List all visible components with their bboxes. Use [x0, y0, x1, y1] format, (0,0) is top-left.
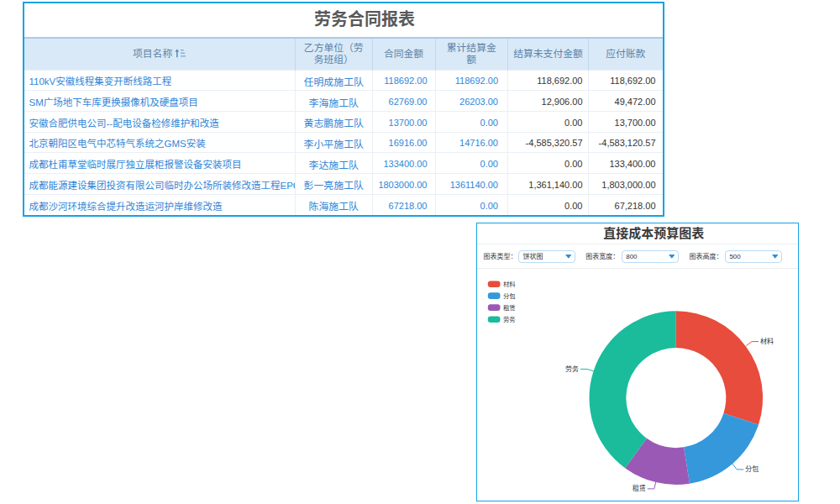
svg-text:劳务: 劳务	[564, 365, 578, 373]
svg-text:材料: 材料	[503, 281, 516, 288]
svg-text:分包: 分包	[745, 465, 759, 473]
svg-text:劳务: 劳务	[503, 316, 516, 323]
svg-text:分包: 分包	[503, 292, 516, 300]
svg-text:材料: 材料	[760, 337, 774, 345]
svg-text:租赁: 租赁	[632, 484, 645, 492]
svg-text:租赁: 租赁	[503, 304, 516, 312]
